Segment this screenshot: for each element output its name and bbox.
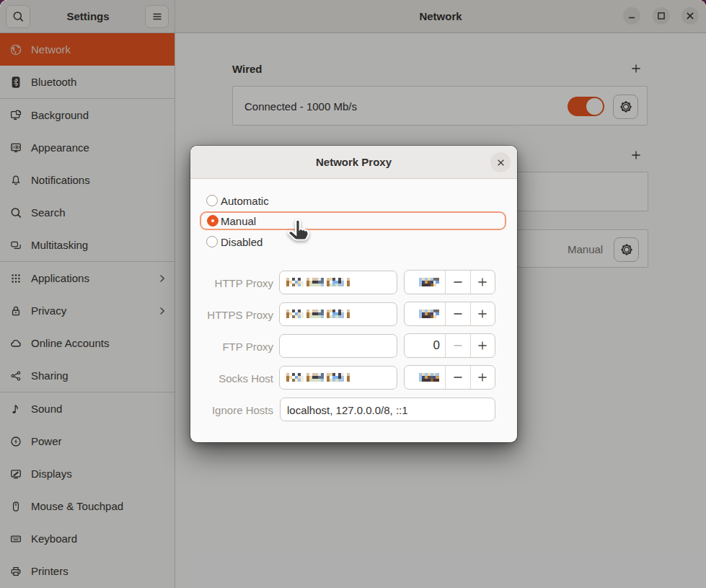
pixelated-text bbox=[286, 310, 350, 318]
dialog-close-button[interactable] bbox=[490, 152, 511, 172]
radio-manual[interactable] bbox=[207, 215, 219, 227]
mosaic-cell bbox=[347, 284, 350, 286]
spin-plus-button[interactable] bbox=[469, 302, 495, 325]
radio-row-disabled[interactable]: Disabled bbox=[200, 232, 506, 250]
ignore-hosts-entry[interactable]: localhost, 127.0.0.0/8, ::1 bbox=[280, 398, 495, 421]
radio-row-automatic[interactable]: Automatic bbox=[200, 191, 506, 209]
pixelated-text bbox=[286, 373, 350, 382]
hand-cursor bbox=[286, 219, 312, 242]
mosaic-cell bbox=[286, 284, 289, 286]
pixelated-text bbox=[419, 278, 438, 286]
ftp-proxy-entry[interactable] bbox=[279, 334, 397, 358]
mosaic-cell bbox=[286, 379, 289, 382]
mosaic-cell bbox=[301, 379, 304, 382]
spin-minus-button[interactable] bbox=[445, 302, 470, 325]
radio-label: Manual bbox=[221, 215, 256, 227]
spin-minus-button[interactable] bbox=[445, 271, 470, 294]
radio-row-manual[interactable]: Manual bbox=[200, 211, 506, 230]
ftp-port-value: 0 bbox=[433, 338, 440, 353]
mosaic-cell bbox=[436, 379, 438, 382]
minus-icon bbox=[453, 277, 463, 287]
mosaic-cell bbox=[286, 315, 289, 318]
pixelated-text bbox=[419, 373, 438, 382]
radio-label: Automatic bbox=[221, 194, 269, 206]
mosaic-cell bbox=[341, 379, 344, 382]
spin-plus-button[interactable] bbox=[469, 334, 495, 357]
https-proxy-label: HTTPS Proxy bbox=[187, 308, 273, 320]
mosaic-cell bbox=[341, 284, 344, 286]
mosaic-cell bbox=[321, 315, 324, 318]
mosaic-cell bbox=[301, 315, 304, 318]
minus-icon bbox=[453, 372, 463, 382]
minus-icon bbox=[453, 341, 463, 351]
pixelated-text bbox=[419, 310, 438, 318]
mosaic-cell bbox=[436, 312, 438, 315]
plus-icon bbox=[477, 309, 487, 319]
ignore-hosts-label: Ignore Hosts bbox=[187, 403, 273, 416]
spin-plus-button[interactable] bbox=[469, 271, 495, 294]
socks-host-label: Socks Host bbox=[187, 372, 273, 384]
pixelated-text bbox=[286, 278, 350, 286]
http-proxy-entry[interactable] bbox=[279, 271, 397, 294]
mosaic-cell bbox=[433, 284, 436, 286]
http-port-spin[interactable] bbox=[404, 270, 495, 294]
network-proxy-dialog: Network Proxy Automatic Manual Disabled … bbox=[190, 146, 517, 442]
dialog-titlebar: Network Proxy bbox=[190, 146, 517, 179]
close-icon bbox=[495, 157, 506, 168]
socks-port-spin[interactable] bbox=[404, 365, 495, 390]
mosaic-cell bbox=[321, 379, 324, 382]
mosaic-cell bbox=[341, 315, 344, 318]
dialog-title: Network Proxy bbox=[190, 146, 517, 178]
spin-minus-button[interactable] bbox=[445, 366, 470, 389]
mosaic-cell bbox=[321, 284, 324, 286]
plus-icon bbox=[477, 277, 487, 287]
plus-icon bbox=[477, 372, 487, 382]
ftp-proxy-label: FTP Proxy bbox=[187, 340, 273, 352]
spin-minus-button[interactable] bbox=[445, 334, 470, 357]
mosaic-cell bbox=[347, 379, 350, 382]
https-proxy-entry[interactable] bbox=[279, 302, 397, 326]
mosaic-cell bbox=[433, 315, 436, 318]
radio-label: Disabled bbox=[221, 235, 262, 247]
ftp-port-spin[interactable]: 0 bbox=[404, 333, 495, 358]
ignore-hosts-value: localhost, 127.0.0.0/8, ::1 bbox=[287, 403, 408, 416]
mosaic-cell bbox=[347, 315, 350, 318]
mosaic-cell bbox=[301, 284, 304, 286]
socks-host-entry[interactable] bbox=[279, 366, 397, 390]
radio-automatic[interactable] bbox=[206, 195, 218, 206]
spin-plus-button[interactable] bbox=[469, 366, 495, 389]
minus-icon bbox=[453, 309, 463, 319]
plus-icon bbox=[477, 341, 487, 351]
radio-disabled[interactable] bbox=[206, 236, 218, 247]
screen: Settings Network NetworkBluetoothBackgro… bbox=[0, 0, 706, 588]
https-port-spin[interactable] bbox=[404, 302, 495, 326]
http-proxy-label: HTTP Proxy bbox=[187, 276, 273, 289]
mosaic-cell bbox=[436, 281, 438, 284]
